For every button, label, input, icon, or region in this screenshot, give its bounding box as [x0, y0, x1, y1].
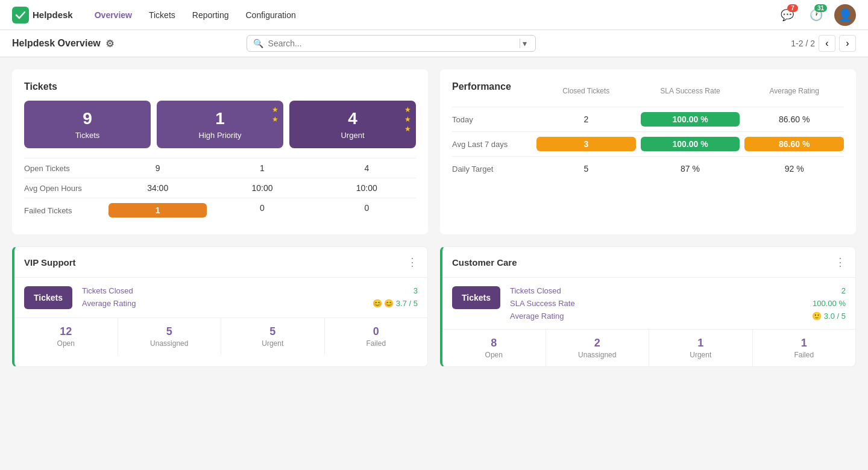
- ticket-card-urgent[interactable]: ★ ★ ★ 4 Urgent: [289, 101, 416, 148]
- cc-tickets-button[interactable]: Tickets: [452, 286, 500, 309]
- user-avatar[interactable]: 👤: [834, 4, 856, 26]
- pagination-next[interactable]: ›: [839, 35, 856, 52]
- vip-open-cell[interactable]: 12 Open: [14, 318, 118, 355]
- main-content: Tickets 9 Tickets ★ ★ 1 High Priority: [0, 57, 868, 379]
- failed-tickets-row: Failed Tickets 1 0 0: [24, 198, 416, 222]
- cc-avg-rating-val: 🙂 3.0 / 5: [812, 312, 846, 321]
- cc-sla-link[interactable]: SLA Success Rate: [510, 299, 575, 308]
- cc-avg-rating-link[interactable]: Average Rating: [510, 312, 564, 321]
- ticket-card-all-num: 9: [35, 109, 140, 128]
- perf-avg7-row: Avg Last 7 days 3 100.00 % 86.60 %: [452, 131, 844, 156]
- cc-failed-num: 1: [756, 337, 852, 349]
- cc-stat-sla: SLA Success Rate 100.00 %: [510, 299, 846, 308]
- cc-urgent-label: Urgent: [653, 351, 749, 359]
- star-icon-3: ★: [404, 105, 411, 114]
- vip-team-stats: Tickets Closed 3 Average Rating 😊 😊 3.7 …: [82, 286, 418, 309]
- app-logo-text: Helpdesk: [33, 10, 73, 20]
- nav-reporting[interactable]: Reporting: [185, 7, 236, 24]
- team-card-customer-care: Customer Care ⋮ Tickets Tickets Closed 2…: [440, 246, 856, 367]
- tickets-panel-label: Tickets: [24, 81, 416, 92]
- cc-kebab-menu[interactable]: ⋮: [835, 255, 846, 269]
- vip-card-title: VIP Support: [24, 257, 76, 268]
- perf-daily-cells: 5 87 % 92 %: [536, 161, 844, 176]
- page-title-area: Helpdesk Overview ⚙: [12, 38, 114, 49]
- vip-avg-rating-link[interactable]: Average Rating: [82, 299, 136, 308]
- perf-daily-closed: 5: [536, 161, 636, 176]
- nav-tickets[interactable]: Tickets: [142, 7, 183, 24]
- vip-avg-rating-val: 😊 😊 3.7 / 5: [373, 299, 418, 308]
- cc-failed-label: Failed: [756, 351, 852, 359]
- failed-tickets-cells: 1 0 0: [108, 203, 416, 218]
- clock-button[interactable]: 🕐 31: [805, 4, 827, 26]
- vip-failed-label: Failed: [329, 339, 424, 348]
- perf-avg7-closed: 3: [536, 137, 636, 151]
- settings-gear-icon[interactable]: ⚙: [105, 38, 114, 49]
- vip-tickets-button[interactable]: Tickets: [24, 286, 72, 309]
- chat-button[interactable]: 💬 7: [776, 4, 798, 26]
- star-icon-1: ★: [272, 105, 278, 114]
- stats-section: Tickets 9 Tickets ★ ★ 1 High Priority: [12, 69, 856, 234]
- tickets-panel: Tickets 9 Tickets ★ ★ 1 High Priority: [12, 69, 428, 234]
- vip-open-num: 12: [18, 325, 114, 338]
- cc-tickets-closed-link[interactable]: Tickets Closed: [510, 286, 561, 295]
- cc-unassigned-cell[interactable]: 2 Unassigned: [546, 330, 650, 366]
- vip-stat-rating: Average Rating 😊 😊 3.7 / 5: [82, 299, 418, 308]
- vip-urgent-label: Urgent: [225, 339, 321, 348]
- search-dropdown-icon[interactable]: ▾: [520, 39, 529, 48]
- vip-unassigned-cell[interactable]: 5 Unassigned: [118, 318, 222, 355]
- cc-failed-cell[interactable]: 1 Failed: [753, 330, 856, 366]
- cc-card-title: Customer Care: [452, 257, 517, 268]
- avg-open-hours-cells: 34:00 10:00 10:00: [108, 183, 416, 193]
- nav-overview[interactable]: Overview: [87, 7, 139, 24]
- cc-stat-rating: Average Rating 🙂 3.0 / 5: [510, 312, 846, 321]
- search-input[interactable]: [268, 39, 512, 48]
- ticket-stat-rows: Open Tickets 9 1 4 Avg Open Hours 34:00 …: [24, 158, 416, 222]
- avg-hours-hp: 10:00: [213, 183, 311, 193]
- open-tickets-hp: 1: [213, 163, 311, 173]
- open-tickets-cells: 9 1 4: [108, 163, 416, 173]
- perf-today-sla: 100.00 %: [641, 112, 740, 127]
- cc-urgent-cell[interactable]: 1 Urgent: [649, 330, 753, 366]
- perf-today-cells: 2 100.00 % 86.60 %: [536, 112, 844, 127]
- cc-unassigned-label: Unassigned: [550, 351, 646, 359]
- ticket-card-high-priority[interactable]: ★ ★ 1 High Priority: [157, 101, 283, 148]
- top-navigation: Helpdesk Overview Tickets Reporting Conf…: [0, 0, 868, 30]
- cc-open-cell[interactable]: 8 Open: [442, 330, 546, 366]
- team-card-vip: VIP Support ⋮ Tickets Tickets Closed 3 A…: [12, 246, 428, 367]
- perf-today-rating: 86.60 %: [744, 112, 844, 127]
- perf-daily-row: Daily Target 5 87 % 92 %: [452, 156, 844, 181]
- cc-sla-val: 100.00 %: [813, 299, 846, 308]
- cc-stat-closed: Tickets Closed 2: [510, 286, 846, 295]
- pagination: 1-2 / 2 ‹ ›: [791, 35, 856, 52]
- open-tickets-all: 9: [108, 163, 207, 173]
- cc-tickets-closed-val: 2: [841, 286, 846, 295]
- perf-daily-rating: 92 %: [744, 161, 844, 176]
- nav-configuration[interactable]: Configuration: [239, 7, 303, 24]
- subheader: Helpdesk Overview ⚙ 🔍 ▾ 1-2 / 2 ‹ ›: [0, 30, 868, 57]
- ticket-card-all[interactable]: 9 Tickets: [24, 101, 151, 148]
- vip-tickets-closed-val: 3: [414, 286, 418, 295]
- top-nav-right: 💬 7 🕐 31 👤: [776, 4, 856, 26]
- vip-failed-cell[interactable]: 0 Failed: [325, 318, 428, 355]
- cc-card-header: Customer Care ⋮: [442, 247, 855, 278]
- vip-failed-num: 0: [329, 325, 424, 338]
- vip-urgent-cell[interactable]: 5 Urgent: [221, 318, 325, 355]
- ticket-card-urgent-num: 4: [300, 109, 405, 128]
- vip-urgent-num: 5: [225, 325, 321, 338]
- failed-tickets-all[interactable]: 1: [108, 203, 207, 218]
- search-box: 🔍 ▾: [247, 35, 536, 52]
- ticket-card-all-label: Tickets: [35, 131, 140, 140]
- avg-hours-urgent: 10:00: [318, 183, 416, 193]
- pagination-prev[interactable]: ‹: [819, 35, 835, 52]
- perf-avg7-label: Avg Last 7 days: [452, 140, 536, 149]
- ticket-card-hp-num: 1: [168, 109, 272, 128]
- vip-tickets-closed-link[interactable]: Tickets Closed: [82, 286, 133, 295]
- vip-kebab-menu[interactable]: ⋮: [407, 255, 418, 269]
- star-icon-5: ★: [404, 125, 411, 133]
- app-logo[interactable]: Helpdesk: [12, 7, 73, 24]
- pagination-label: 1-2 / 2: [791, 39, 815, 48]
- chat-badge: 7: [787, 4, 798, 12]
- search-icon: 🔍: [253, 39, 263, 48]
- team-cards-row: VIP Support ⋮ Tickets Tickets Closed 3 A…: [12, 246, 856, 367]
- ticket-card-hp-label: High Priority: [168, 131, 272, 140]
